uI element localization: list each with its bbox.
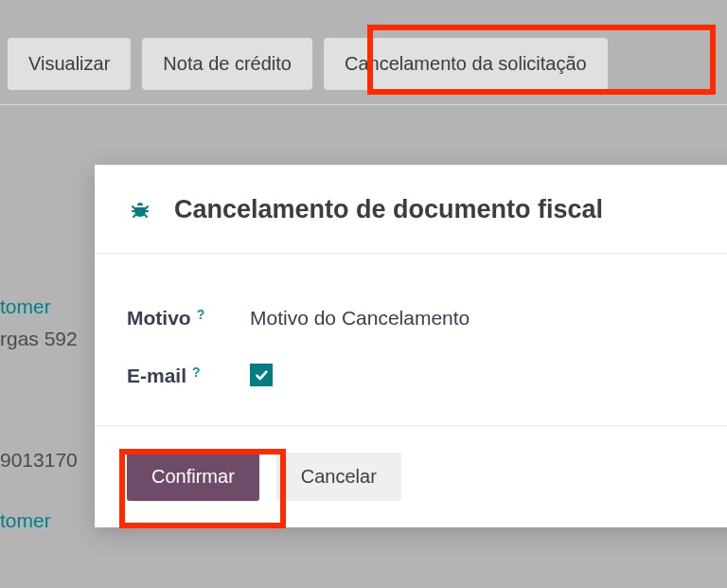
- bg-customer-line1: tomer: [0, 295, 51, 318]
- cancel-document-modal: Cancelamento de documento fiscal Motivo …: [95, 165, 727, 527]
- view-button[interactable]: Visualizar: [8, 38, 131, 90]
- email-row: E-mail ?: [127, 364, 725, 387]
- bg-number-fragment: 9013170: [0, 449, 78, 472]
- modal-body: Motivo ? Motivo do Cancelamento E-mail ?: [95, 254, 727, 425]
- modal-header: Cancelamento de documento fiscal: [95, 165, 727, 254]
- help-icon[interactable]: ?: [192, 365, 201, 380]
- reason-input[interactable]: Motivo do Cancelamento: [250, 307, 725, 330]
- email-label-text: E-mail: [127, 365, 186, 387]
- modal-title: Cancelamento de documento fiscal: [174, 195, 603, 224]
- credit-note-button[interactable]: Nota de crédito: [142, 38, 312, 90]
- email-value-cell: [250, 364, 725, 387]
- email-checkbox[interactable]: [250, 364, 273, 386]
- reason-row: Motivo ? Motivo do Cancelamento: [127, 307, 725, 330]
- cancel-request-button[interactable]: Cancelamento da solicitação: [324, 38, 608, 90]
- cancel-button[interactable]: Cancelar: [276, 453, 401, 501]
- bg-address-fragment: rgas 592: [0, 328, 78, 350]
- email-label: E-mail ?: [127, 365, 250, 387]
- toolbar-separator: [0, 104, 727, 105]
- help-icon[interactable]: ?: [197, 307, 205, 322]
- reason-label: Motivo ?: [127, 307, 250, 330]
- action-toolbar: Visualizar Nota de crédito Cancelamento …: [0, 38, 727, 90]
- bg-customer-line2: tomer: [0, 509, 51, 532]
- bug-icon: [127, 197, 153, 223]
- modal-footer: Confirmar Cancelar: [95, 425, 727, 527]
- confirm-button[interactable]: Confirmar: [127, 453, 259, 501]
- reason-label-text: Motivo: [127, 307, 191, 330]
